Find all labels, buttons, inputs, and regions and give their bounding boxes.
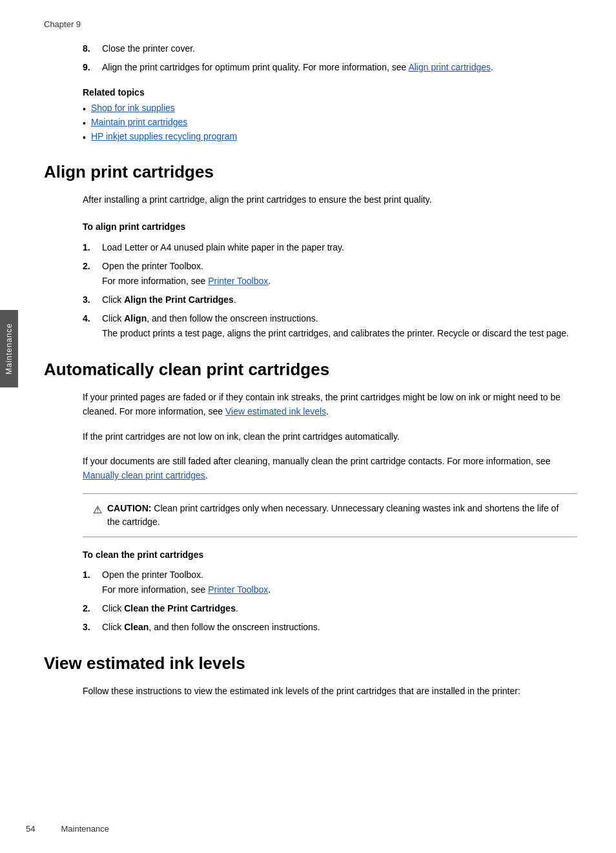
step-9-num: 9.: [83, 61, 102, 74]
step-8-text: Close the printer cover.: [102, 42, 195, 56]
auto-clean-para3: If your documents are still faded after …: [83, 454, 577, 483]
ink-levels-intro: Follow these instructions to view the es…: [83, 684, 577, 698]
align-step-4-num: 4.: [83, 312, 102, 340]
clean-step-2-content: Click Clean the Print Cartridges.: [102, 602, 577, 615]
bullet-3: •: [83, 132, 86, 143]
align-sub-heading: To align print cartridges: [83, 220, 577, 234]
shop-ink-link[interactable]: Shop for ink supplies: [91, 103, 175, 113]
clean-step-1-num: 1.: [83, 568, 102, 597]
ink-levels-section-title: View estimated ink levels: [44, 653, 577, 673]
align-step-2: 2. Open the printer Toolbox. For more in…: [83, 260, 577, 288]
footer-page-num: 54: [26, 824, 35, 834]
align-step-3: 3. Click Align the Print Cartridges.: [83, 293, 577, 307]
align-step-4: 4. Click Align, and then follow the onsc…: [83, 312, 577, 340]
sidebar: Maintenance: [0, 310, 18, 387]
maintain-link[interactable]: Maintain print cartridges: [91, 117, 187, 127]
auto-clean-para1: If your printed pages are faded or if th…: [83, 390, 577, 419]
manually-clean-link[interactable]: Manually clean print cartridges: [83, 470, 205, 480]
clean-step-3-content: Click Clean, and then follow the onscree…: [102, 621, 577, 634]
align-step-2-content: Open the printer Toolbox. For more infor…: [102, 260, 577, 288]
sidebar-label: Maintenance: [5, 323, 14, 375]
auto-clean-para2: If the print cartridges are not low on i…: [83, 429, 577, 444]
align-step-3-num: 3.: [83, 293, 102, 307]
align-step-4-content: Click Align, and then follow the onscree…: [102, 312, 577, 340]
step-8: 8. Close the printer cover.: [83, 42, 577, 56]
clean-step-2-num: 2.: [83, 602, 102, 615]
related-topic-1: • Shop for ink supplies: [83, 103, 577, 114]
recycling-link[interactable]: HP inkjet supplies recycling program: [91, 131, 237, 141]
align-step-3-content: Click Align the Print Cartridges.: [102, 293, 577, 307]
clean-steps: 1. Open the printer Toolbox. For more in…: [83, 568, 577, 634]
step-8-num: 8.: [83, 42, 102, 56]
align-link[interactable]: Align print cartridges: [408, 62, 491, 72]
intro-steps: 8. Close the printer cover. 9. Align the…: [83, 42, 577, 74]
caution-label: CAUTION:: [107, 503, 154, 513]
caution-box: ⚠ CAUTION: Clean print cartridges only w…: [83, 493, 577, 537]
ink-levels-link[interactable]: View estimated ink levels: [225, 406, 326, 416]
align-intro: After installing a print cartridge, alig…: [83, 192, 577, 207]
caution-text: CAUTION: Clean print cartridges only whe…: [107, 502, 567, 529]
printer-toolbox-link-1[interactable]: Printer Toolbox: [208, 276, 268, 286]
clean-step-2: 2. Click Clean the Print Cartridges.: [83, 602, 577, 615]
clean-step-3-num: 3.: [83, 621, 102, 634]
align-steps: 1. Load Letter or A4 unused plain white …: [83, 241, 577, 340]
step-9: 9. Align the print cartridges for optimu…: [83, 61, 577, 74]
related-topic-3: • HP inkjet supplies recycling program: [83, 131, 577, 143]
caution-body: Clean print cartridges only when necessa…: [107, 503, 559, 527]
align-step-2-num: 2.: [83, 260, 102, 288]
align-section-title: Align print cartridges: [44, 162, 577, 182]
clean-step-1-sub: For more information, see Printer Toolbo…: [102, 583, 577, 597]
align-step-1-num: 1.: [83, 241, 102, 254]
related-topics-heading: Related topics: [83, 87, 577, 98]
printer-toolbox-link-2[interactable]: Printer Toolbox: [208, 584, 268, 595]
align-step-4-sub: The product prints a test page, aligns t…: [102, 327, 577, 340]
align-step-2-sub: For more information, see Printer Toolbo…: [102, 274, 577, 288]
align-step-1-content: Load Letter or A4 unused plain white pap…: [102, 241, 577, 254]
bullet-2: •: [83, 118, 86, 128]
clean-step-1-content: Open the printer Toolbox. For more infor…: [102, 568, 577, 597]
clean-step-1: 1. Open the printer Toolbox. For more in…: [83, 568, 577, 597]
clean-sub-heading: To clean the print cartridges: [83, 548, 577, 562]
clean-step-3: 3. Click Clean, and then follow the onsc…: [83, 621, 577, 634]
step-9-text: Align the print cartridges for optimum p…: [102, 61, 493, 74]
auto-clean-section-title: Automatically clean print cartridges: [44, 360, 577, 380]
caution-icon: ⚠: [93, 502, 102, 518]
align-step-1: 1. Load Letter or A4 unused plain white …: [83, 241, 577, 254]
chapter-label: Chapter 9: [44, 19, 577, 29]
footer-section: Maintenance: [61, 824, 108, 834]
related-topics-list: • Shop for ink supplies • Maintain print…: [83, 103, 577, 143]
related-topic-2: • Maintain print cartridges: [83, 117, 577, 128]
bullet-1: •: [83, 104, 86, 114]
